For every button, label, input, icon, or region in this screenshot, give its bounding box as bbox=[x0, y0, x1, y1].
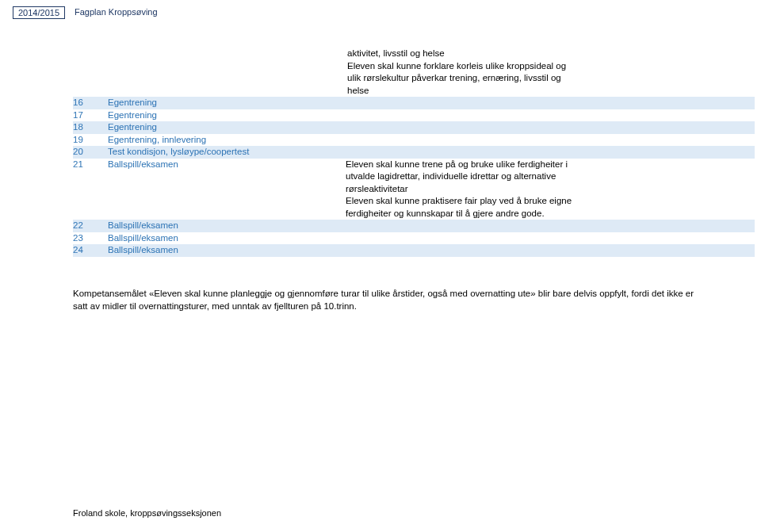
row-topic: Ballspill/eksamen bbox=[108, 159, 346, 171]
row-topic: Egentrening bbox=[108, 109, 346, 122]
desc-line: Eleven skal kunne praktisere fair play v… bbox=[346, 195, 751, 208]
table-row: 22 Ballspill/eksamen bbox=[73, 220, 755, 232]
intro-paragraph: aktivitet, livsstil og helse Eleven skal… bbox=[347, 48, 755, 97]
row-num: 19 bbox=[73, 134, 108, 147]
row-topic: Egentrening bbox=[108, 97, 346, 109]
table-row: 21 Ballspill/eksamen Eleven skal kunne t… bbox=[73, 159, 755, 220]
table-row: 19 Egentrening, innlevering bbox=[73, 134, 755, 147]
row-num: 24 bbox=[73, 244, 108, 257]
desc-line: Eleven skal kunne trene på og bruke ulik… bbox=[346, 159, 751, 171]
table-row: 18 Egentrening bbox=[73, 121, 755, 134]
row-desc: Eleven skal kunne trene på og bruke ulik… bbox=[346, 159, 755, 220]
row-topic: Test kondisjon, lysløype/coopertest bbox=[108, 146, 346, 159]
page-credit: Froland skole, kroppsøvingsseksjonen bbox=[73, 508, 221, 518]
row-topic: Egentrening bbox=[108, 121, 346, 134]
footer-line: Kompetansemålet «Eleven skal kunne planl… bbox=[73, 288, 758, 300]
year-box: 2014/2015 bbox=[13, 6, 65, 19]
row-num: 23 bbox=[73, 232, 108, 245]
row-num: 16 bbox=[73, 97, 108, 109]
desc-line: ferdigheiter og kunnskapar til å gjere a… bbox=[346, 208, 751, 220]
row-topic: Ballspill/eksamen bbox=[108, 220, 346, 232]
intro-line: helse bbox=[347, 85, 751, 98]
page-header: 2014/2015 Fagplan Kroppsøving bbox=[13, 6, 158, 19]
main-content: aktivitet, livsstil og helse Eleven skal… bbox=[73, 48, 755, 257]
row-num: 17 bbox=[73, 109, 108, 122]
row-num: 20 bbox=[73, 146, 108, 159]
table-row: 23 Ballspill/eksamen bbox=[73, 232, 755, 245]
intro-line: ulik rørslekultur påverkar trening, ernæ… bbox=[347, 72, 751, 85]
row-topic: Egentrening, innlevering bbox=[108, 134, 346, 147]
intro-line: Eleven skal kunne forklare korleis ulike… bbox=[347, 60, 751, 73]
row-num: 21 bbox=[73, 159, 108, 171]
row-topic: Ballspill/eksamen bbox=[108, 244, 346, 257]
intro-line: aktivitet, livsstil og helse bbox=[347, 48, 751, 60]
table-row: 17 Egentrening bbox=[73, 109, 755, 122]
footer-line: satt av midler til overnattingsturer, me… bbox=[73, 300, 758, 313]
document-title: Fagplan Kroppsøving bbox=[75, 6, 158, 17]
table-row: 20 Test kondisjon, lysløype/coopertest bbox=[73, 146, 755, 159]
plan-table: 16 Egentrening 17 Egentrening 18 Egentre… bbox=[73, 97, 755, 257]
row-topic: Ballspill/eksamen bbox=[108, 232, 346, 245]
table-row: 16 Egentrening bbox=[73, 97, 755, 109]
desc-line: utvalde lagidrettar, individuelle idrett… bbox=[346, 170, 751, 183]
row-num: 18 bbox=[73, 121, 108, 134]
year-text: 2014/2015 bbox=[18, 8, 59, 17]
footer-paragraph: Kompetansemålet «Eleven skal kunne planl… bbox=[73, 288, 758, 312]
table-row: 24 Ballspill/eksamen bbox=[73, 244, 755, 257]
row-num: 22 bbox=[73, 220, 108, 232]
desc-line: rørsleaktivitetar bbox=[346, 183, 751, 196]
